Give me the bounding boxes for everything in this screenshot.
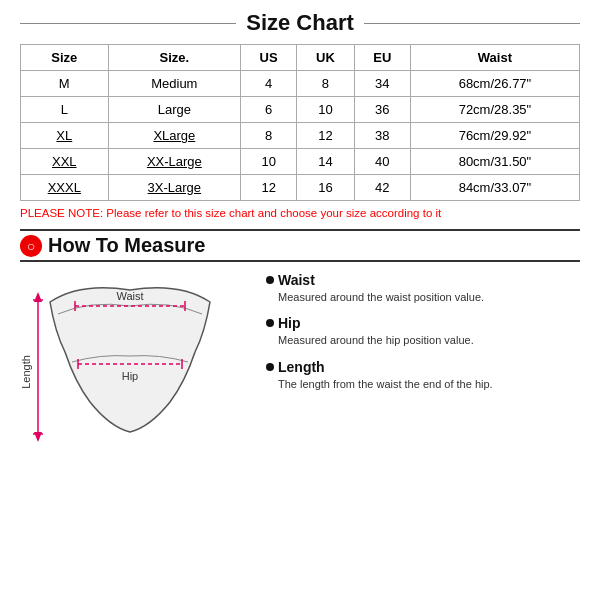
how-to-title: How To Measure — [48, 234, 205, 257]
title-line-left — [20, 23, 236, 24]
title-line-right — [364, 23, 580, 24]
measure-description: The length from the waist the end of the… — [266, 377, 580, 392]
measure-name: Length — [278, 359, 325, 375]
cell-eu: 42 — [354, 175, 410, 201]
bullet-dot-icon — [266, 319, 274, 327]
col-size: Size — [21, 45, 109, 71]
cell-size-name: XX-Large — [108, 149, 241, 175]
col-size-name: Size. — [108, 45, 241, 71]
cell-uk: 14 — [297, 149, 355, 175]
svg-marker-11 — [34, 292, 42, 302]
measure-item: HipMeasured around the hip position valu… — [266, 315, 580, 348]
diagram-area: Waist Hip Length — [20, 272, 250, 460]
table-header-row: Size Size. US UK EU Waist — [21, 45, 580, 71]
cell-eu: 36 — [354, 97, 410, 123]
measurements-list: WaistMeasured around the waist position … — [266, 272, 580, 460]
col-eu: EU — [354, 45, 410, 71]
cell-size: M — [21, 71, 109, 97]
cell-waist: 76cm/29.92" — [410, 123, 579, 149]
cell-us: 6 — [241, 97, 297, 123]
cell-size-name: Large — [108, 97, 241, 123]
cell-size-name: 3X-Large — [108, 175, 241, 201]
cell-size-name: XLarge — [108, 123, 241, 149]
svg-marker-12 — [34, 432, 42, 442]
cell-waist: 68cm/26.77" — [410, 71, 579, 97]
cell-eu: 38 — [354, 123, 410, 149]
cell-size: XXL — [21, 149, 109, 175]
bullet-dot-icon — [266, 276, 274, 284]
size-table: Size Size. US UK EU Waist MMedium483468c… — [20, 44, 580, 201]
col-waist: Waist — [410, 45, 579, 71]
measure-name: Hip — [278, 315, 301, 331]
cell-waist: 72cm/28.35" — [410, 97, 579, 123]
svg-text:Hip: Hip — [122, 370, 139, 382]
table-row: MMedium483468cm/26.77" — [21, 71, 580, 97]
table-row: LLarge6103672cm/28.35" — [21, 97, 580, 123]
cell-uk: 16 — [297, 175, 355, 201]
table-row: XLXLarge8123876cm/29.92" — [21, 123, 580, 149]
measure-item-title: Waist — [266, 272, 580, 288]
measure-item: WaistMeasured around the waist position … — [266, 272, 580, 305]
cell-us: 4 — [241, 71, 297, 97]
svg-text:Waist: Waist — [116, 290, 143, 302]
cell-waist: 84cm/33.07" — [410, 175, 579, 201]
measure-name: Waist — [278, 272, 315, 288]
measure-item-title: Length — [266, 359, 580, 375]
how-to-icon: ○ — [20, 235, 42, 257]
how-to-content: Waist Hip Length WaistMeasured around th… — [20, 272, 580, 460]
diagram-svg: Waist Hip Length — [20, 272, 240, 457]
cell-uk: 12 — [297, 123, 355, 149]
cell-uk: 8 — [297, 71, 355, 97]
how-to-section: ○ How To Measure Waist — [0, 229, 600, 460]
table-row: XXXL3X-Large12164284cm/33.07" — [21, 175, 580, 201]
how-to-header: ○ How To Measure — [20, 229, 580, 262]
bullet-dot-icon — [266, 363, 274, 371]
size-chart-section: Size Chart Size Size. US UK EU Waist MMe… — [0, 0, 600, 229]
cell-waist: 80cm/31.50" — [410, 149, 579, 175]
col-uk: UK — [297, 45, 355, 71]
cell-size-name: Medium — [108, 71, 241, 97]
cell-size: XL — [21, 123, 109, 149]
measure-description: Measured around the hip position value. — [266, 333, 580, 348]
svg-text:Length: Length — [20, 355, 32, 389]
cell-size: L — [21, 97, 109, 123]
measure-item-title: Hip — [266, 315, 580, 331]
size-chart-title: Size Chart — [246, 10, 354, 36]
cell-eu: 40 — [354, 149, 410, 175]
cell-us: 12 — [241, 175, 297, 201]
cell-us: 10 — [241, 149, 297, 175]
measure-item: LengthThe length from the waist the end … — [266, 359, 580, 392]
cell-us: 8 — [241, 123, 297, 149]
col-us: US — [241, 45, 297, 71]
measure-description: Measured around the waist position value… — [266, 290, 580, 305]
cell-eu: 34 — [354, 71, 410, 97]
cell-size: XXXL — [21, 175, 109, 201]
note-text: PLEASE NOTE: Please refer to this size c… — [20, 207, 580, 219]
title-row: Size Chart — [20, 10, 580, 36]
table-row: XXLXX-Large10144080cm/31.50" — [21, 149, 580, 175]
cell-uk: 10 — [297, 97, 355, 123]
